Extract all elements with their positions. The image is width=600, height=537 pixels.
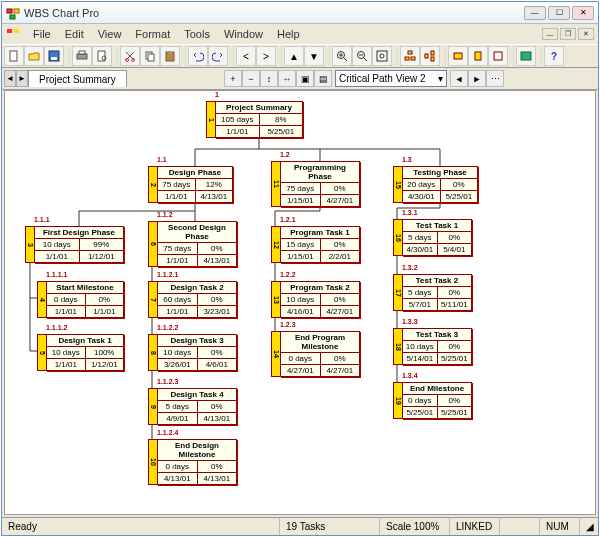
scroll-left-button[interactable]: ◄ <box>450 70 468 87</box>
wbs-node-1.1.1[interactable]: 1.1.13First Design Phase10 days99%1/1/01… <box>34 226 124 263</box>
toggle-1-button[interactable] <box>448 46 468 66</box>
node-duration: 10 days <box>35 239 80 250</box>
wbs-node-1.2.1[interactable]: 1.2.112Program Task 115 days0%1/15/012/2… <box>280 226 360 263</box>
copy-button[interactable] <box>140 46 160 66</box>
node-pct: 100% <box>86 347 124 358</box>
wbs-number: 1.1.1.2 <box>46 324 67 331</box>
collapse-button[interactable]: − <box>242 70 260 87</box>
wbs-node-1.1.2.2[interactable]: 1.1.2.28Design Task 310 days0%3/26/014/6… <box>157 334 237 371</box>
wbs-node-1[interactable]: 11Project Summary105 days8%1/1/015/25/01 <box>215 101 303 138</box>
node-finish: 4/13/01 <box>196 191 233 202</box>
wbs-node-1.1.2.3[interactable]: 1.1.2.39Design Task 45 days0%4/9/014/13/… <box>157 388 237 425</box>
view-combo[interactable]: Critical Path View 2 ▾ <box>335 70 447 87</box>
node-start: 1/15/01 <box>281 251 321 262</box>
zoom-out-button[interactable] <box>352 46 372 66</box>
menu-help[interactable]: Help <box>270 26 307 42</box>
open-button[interactable] <box>24 46 44 66</box>
chart-top-button[interactable] <box>400 46 420 66</box>
menu-format[interactable]: Format <box>128 26 177 42</box>
chart-left-button[interactable] <box>420 46 440 66</box>
more-button[interactable]: ⋯ <box>486 70 504 87</box>
node-id: 1 <box>206 101 215 138</box>
menu-file[interactable]: File <box>26 26 58 42</box>
wbs-node-1.3.2[interactable]: 1.3.217Test Task 25 days0%5/7/015/11/01 <box>402 274 472 311</box>
wbs-number: 1.3.4 <box>402 372 418 379</box>
canvas[interactable]: 11Project Summary105 days8%1/1/015/25/01… <box>4 90 596 515</box>
resize-grip[interactable]: ◢ <box>580 518 598 535</box>
mdi-minimize[interactable]: — <box>542 28 558 40</box>
vert-layout-button[interactable]: ▲ <box>284 46 304 66</box>
wbs-number: 1.2.2 <box>280 271 296 278</box>
wbs-node-1.3[interactable]: 1.315Testing Phase20 days0%4/30/015/25/0… <box>402 166 478 203</box>
node-title: Design Task 1 <box>47 335 123 347</box>
cut-button[interactable] <box>120 46 140 66</box>
svg-point-12 <box>126 59 129 62</box>
menu-view[interactable]: View <box>91 26 129 42</box>
status-tasks: 19 Tasks <box>280 518 380 535</box>
act3-button[interactable]: ▣ <box>296 70 314 87</box>
node-finish: 5/25/01 <box>260 126 303 137</box>
minimize-button[interactable]: — <box>524 6 546 20</box>
wbs-node-1.1.1.1[interactable]: 1.1.1.14Start Milestone0 days0%1/1/011/1… <box>46 281 124 318</box>
prev-button[interactable]: < <box>236 46 256 66</box>
tab-next[interactable]: ► <box>16 70 28 87</box>
svg-rect-30 <box>494 52 502 60</box>
ms-project-button[interactable] <box>516 46 536 66</box>
wbs-node-1.1.1.2[interactable]: 1.1.1.25Design Task 110 days100%1/1/011/… <box>46 334 124 371</box>
node-id: 12 <box>271 226 280 263</box>
wbs-node-1.1.2[interactable]: 1.1.26Second Design Phase75 days0%1/1/01… <box>157 221 237 267</box>
node-title: Start Milestone <box>47 282 123 294</box>
print-preview-button[interactable] <box>92 46 112 66</box>
svg-rect-29 <box>475 52 481 60</box>
wbs-node-1.2[interactable]: 1.211Programming Phase75 days0%1/15/014/… <box>280 161 360 207</box>
svg-rect-15 <box>148 54 154 61</box>
toggle-2-button[interactable] <box>468 46 488 66</box>
mdi-restore[interactable]: ❐ <box>560 28 576 40</box>
node-id: 13 <box>271 281 280 318</box>
undo-button[interactable] <box>188 46 208 66</box>
wbs-node-1.2.3[interactable]: 1.2.314End Program Milestone0 days0%4/27… <box>280 331 360 377</box>
act2-button[interactable]: ↔ <box>278 70 296 87</box>
expand-button[interactable]: + <box>224 70 242 87</box>
scroll-right-button[interactable]: ► <box>468 70 486 87</box>
maximize-button[interactable]: ☐ <box>548 6 570 20</box>
mdi-close[interactable]: ✕ <box>578 28 594 40</box>
menu-window[interactable]: Window <box>217 26 270 42</box>
wbs-number: 1.1.2.4 <box>157 429 178 436</box>
wbs-node-1.3.4[interactable]: 1.3.419End Milestone0 days0%5/25/015/25/… <box>402 382 472 419</box>
node-pct: 0% <box>438 341 472 352</box>
wbs-node-1.2.2[interactable]: 1.2.213Program Task 210 days0%4/16/014/2… <box>280 281 360 318</box>
act1-button[interactable]: ↕ <box>260 70 278 87</box>
tab-prev[interactable]: ◄ <box>4 70 16 87</box>
node-start: 1/1/01 <box>158 255 198 266</box>
svg-rect-17 <box>168 51 172 53</box>
node-title: Design Phase <box>158 167 232 179</box>
wbs-number: 1.1.2.3 <box>157 378 178 385</box>
zoom-in-button[interactable] <box>332 46 352 66</box>
zoom-fit-button[interactable] <box>372 46 392 66</box>
menu-edit[interactable]: Edit <box>58 26 91 42</box>
help-button[interactable]: ? <box>544 46 564 66</box>
act4-button[interactable]: ▤ <box>314 70 332 87</box>
node-pct: 0% <box>321 239 360 250</box>
toggle-3-button[interactable] <box>488 46 508 66</box>
print-button[interactable] <box>72 46 92 66</box>
redo-button[interactable] <box>208 46 228 66</box>
node-title: Test Task 1 <box>403 220 471 232</box>
wbs-node-1.3.3[interactable]: 1.3.318Test Task 310 days0%5/14/015/25/0… <box>402 328 472 365</box>
wbs-node-1.1.2.1[interactable]: 1.1.2.17Design Task 260 days0%1/1/013/23… <box>157 281 237 318</box>
horz-layout-button[interactable]: ▼ <box>304 46 324 66</box>
next-button[interactable]: > <box>256 46 276 66</box>
new-button[interactable] <box>4 46 24 66</box>
wbs-node-1.3.1[interactable]: 1.3.116Test Task 15 days0%4/30/015/4/01 <box>402 219 472 256</box>
wbs-node-1.1.2.4[interactable]: 1.1.2.410End Design Milestone0 days0%4/1… <box>157 439 237 485</box>
wbs-node-1.1[interactable]: 1.12Design Phase75 days12%1/1/014/13/01 <box>157 166 233 203</box>
tab-project-summary[interactable]: Project Summary <box>28 70 127 87</box>
node-finish: 3/23/01 <box>198 306 237 317</box>
paste-button[interactable] <box>160 46 180 66</box>
menu-tools[interactable]: Tools <box>177 26 217 42</box>
node-id: 14 <box>271 331 280 377</box>
save-button[interactable] <box>44 46 64 66</box>
status-ready: Ready <box>2 518 280 535</box>
close-button[interactable]: ✕ <box>572 6 594 20</box>
